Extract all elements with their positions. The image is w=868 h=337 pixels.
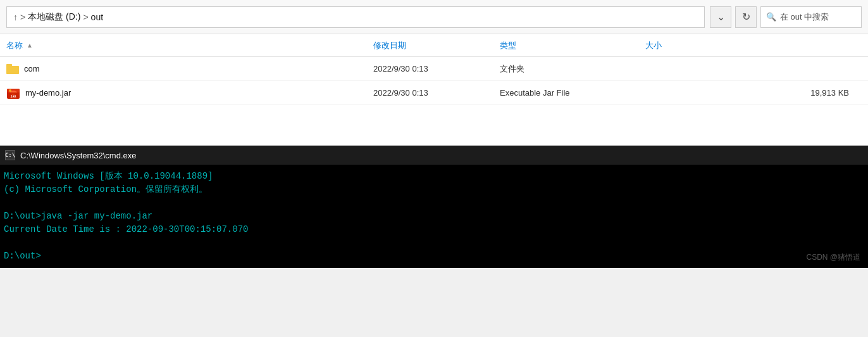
address-bar: ↑ > 本地磁盘 (D:) > out ⌄ ↻ 🔍 在 out 中搜索 xyxy=(0,0,868,34)
col-size-header[interactable]: 大小 xyxy=(645,39,862,51)
cmd-content[interactable]: Microsoft Windows [版本 10.0.19044.1889] (… xyxy=(0,165,868,268)
search-label: 在 out 中搜索 xyxy=(780,11,829,23)
search-box[interactable]: 🔍 在 out 中搜索 xyxy=(760,6,862,28)
search-icon: 🔍 xyxy=(766,12,776,22)
file-name-cell-jar: JAR my-demo.jar xyxy=(6,86,373,100)
address-path[interactable]: ↑ > 本地磁盘 (D:) > out xyxy=(6,6,705,28)
col-name-header[interactable]: 名称 ▲ xyxy=(6,40,373,51)
watermark: CSDN @猪悟道 xyxy=(806,251,860,263)
cmd-line-6 xyxy=(4,236,864,250)
cmd-icon: C:\ xyxy=(5,150,15,160)
cmd-line-2: (c) Microsoft Corporation。保留所有权利。 xyxy=(4,183,864,196)
sort-arrow: ▲ xyxy=(27,42,33,49)
sep2: > xyxy=(83,12,88,22)
svg-rect-3 xyxy=(9,92,17,94)
file-size-jar: 19,913 KB xyxy=(645,88,862,98)
svg-text:JAR: JAR xyxy=(10,94,16,98)
cmd-title-bar[interactable]: C:\ C:\Windows\System32\cmd.exe xyxy=(0,146,868,165)
sep1: > xyxy=(20,12,25,22)
cmd-line-7: D:\out> xyxy=(4,250,864,263)
cmd-line-3 xyxy=(4,196,864,210)
explorer-section: ↑ > 本地磁盘 (D:) > out ⌄ ↻ 🔍 在 out 中搜索 名称 ▲… xyxy=(0,0,868,146)
file-row-com[interactable]: com 2022/9/30 0:13 文件夹 xyxy=(0,57,868,81)
file-name-cell: com xyxy=(6,64,373,74)
column-headers: 名称 ▲ 修改日期 类型 大小 xyxy=(0,34,868,57)
file-date-jar: 2022/9/30 0:13 xyxy=(373,88,500,98)
dropdown-button[interactable]: ⌄ xyxy=(710,6,731,28)
file-type: 文件夹 xyxy=(500,63,645,75)
path-drive[interactable]: 本地磁盘 (D:) xyxy=(28,11,80,23)
jar-icon: JAR xyxy=(6,86,20,100)
file-name-jar: my-demo.jar xyxy=(25,88,71,98)
col-date-header[interactable]: 修改日期 xyxy=(373,39,500,51)
cmd-section: C:\ C:\Windows\System32\cmd.exe Microsof… xyxy=(0,146,868,268)
cmd-line-5: Current Date Time is : 2022-09-30T00:15:… xyxy=(4,223,864,236)
file-name: com xyxy=(24,64,40,73)
folder-icon xyxy=(6,64,19,74)
path-folder[interactable]: out xyxy=(91,12,103,22)
col-type-header[interactable]: 类型 xyxy=(500,39,645,51)
file-date: 2022/9/30 0:13 xyxy=(373,64,500,73)
file-row-jar[interactable]: JAR my-demo.jar 2022/9/30 0:13 Executabl… xyxy=(0,81,868,105)
cmd-title-text: C:\Windows\System32\cmd.exe xyxy=(20,151,137,160)
address-toolbar: ⌄ ↻ 🔍 在 out 中搜索 xyxy=(710,6,862,28)
file-type-jar: Executable Jar File xyxy=(500,88,645,98)
cmd-line-1: Microsoft Windows [版本 10.0.19044.1889] xyxy=(4,170,864,183)
refresh-button[interactable]: ↻ xyxy=(735,6,757,28)
cmd-line-4: D:\out>java -jar my-demo.jar xyxy=(4,210,864,223)
nav-arrow: ↑ xyxy=(13,12,18,22)
